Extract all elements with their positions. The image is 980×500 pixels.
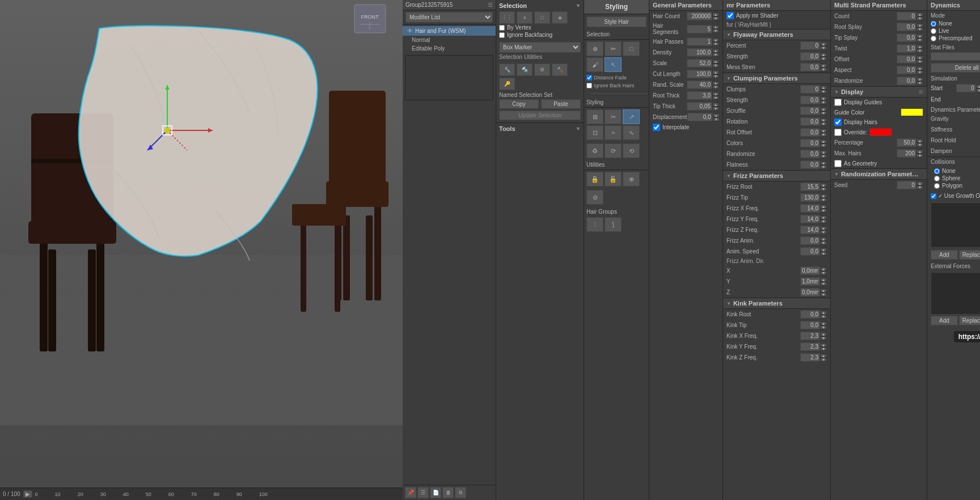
prc-down[interactable]: ▼: [916, 143, 923, 147]
kr-down[interactable]: ▼: [820, 315, 827, 319]
frizz-dir-z-input[interactable]: [800, 288, 820, 296]
anim-speed-input[interactable]: [800, 247, 820, 256]
tip-thick-down[interactable]: ▼: [712, 107, 719, 111]
fxf-down[interactable]: ▼: [820, 209, 827, 213]
fdx-up[interactable]: ▲: [820, 267, 827, 271]
guide-color-swatch[interactable]: [901, 108, 923, 116]
ext-add-btn[interactable]: Add: [931, 316, 958, 325]
root-thick-down[interactable]: ▼: [712, 96, 719, 100]
mode-precomputed-radio[interactable]: [931, 36, 936, 41]
fdy-down[interactable]: ▼: [820, 282, 827, 286]
kzf-down[interactable]: ▼: [820, 358, 827, 362]
scale-up[interactable]: ▲: [712, 60, 719, 63]
fr-down[interactable]: ▼: [820, 187, 827, 191]
tool-delete-btn[interactable]: 🗑: [442, 487, 454, 498]
growth-replace-btn[interactable]: Replace: [959, 250, 980, 260]
fdz-down[interactable]: ▼: [820, 293, 827, 296]
by-vertex-checkbox[interactable]: [499, 25, 505, 31]
sel-icon-paint[interactable]: 🖌: [586, 57, 603, 72]
modifier-item-hair-fur[interactable]: 👁 Hair and Fur (WSM): [403, 26, 496, 36]
pct-up[interactable]: ▲: [820, 42, 827, 46]
rs-down[interactable]: ▼: [916, 27, 923, 31]
style-icon-5[interactable]: ≈: [605, 125, 622, 140]
coll-none-radio[interactable]: [934, 168, 940, 174]
style-icon-9[interactable]: ⟲: [623, 143, 640, 158]
rot-offset-input[interactable]: [800, 128, 820, 137]
kink-tip-input[interactable]: [800, 321, 820, 329]
msr-up[interactable]: ▲: [916, 77, 923, 81]
kink-y-input[interactable]: [800, 342, 820, 351]
coll-sphere-radio[interactable]: [934, 176, 940, 181]
col-up[interactable]: ▲: [820, 139, 827, 143]
util-icon-b[interactable]: 🔓: [605, 172, 622, 187]
pct-down[interactable]: ▼: [820, 46, 827, 50]
hair-count-input[interactable]: [687, 12, 712, 20]
frizz-tip-input[interactable]: [800, 193, 820, 202]
frizz-dir-y-input[interactable]: [800, 277, 820, 286]
sel-icon-brush[interactable]: ✏: [605, 41, 622, 56]
offset-input[interactable]: [897, 55, 916, 63]
as-geometry-checkbox[interactable]: [834, 160, 842, 167]
util-icon-5[interactable]: 🔑: [499, 78, 515, 90]
flyaway-strength-input[interactable]: [800, 52, 820, 61]
scr-down[interactable]: ▼: [820, 111, 827, 115]
hair-seg-down[interactable]: ▼: [712, 29, 719, 33]
twist-input[interactable]: [897, 44, 916, 53]
util-icon-1[interactable]: 🔧: [499, 63, 515, 76]
ext-replace-btn[interactable]: Replace: [959, 316, 980, 325]
ro-down[interactable]: ▼: [820, 133, 827, 137]
flat-down[interactable]: ▼: [820, 165, 827, 169]
hair-pass-up[interactable]: ▲: [712, 38, 719, 42]
aspect-input[interactable]: [897, 66, 916, 74]
cnt-up[interactable]: ▲: [916, 12, 923, 16]
fa-down[interactable]: ▼: [820, 241, 827, 245]
sel-shape-vert[interactable]: ⋮⋮: [499, 11, 515, 24]
hair-group-icon-1[interactable]: ⋮: [586, 217, 603, 232]
disp-up[interactable]: ▲: [713, 113, 720, 117]
rand-up[interactable]: ▲: [820, 150, 827, 154]
cnt-down[interactable]: ▼: [916, 16, 923, 20]
seed-down[interactable]: ▼: [916, 185, 923, 189]
root-thick-up[interactable]: ▲: [712, 92, 719, 96]
mh-up[interactable]: ▲: [916, 150, 923, 154]
kxf-down[interactable]: ▼: [820, 336, 827, 340]
ms-randomize-input[interactable]: [897, 77, 916, 85]
kxf-up[interactable]: ▲: [820, 332, 827, 336]
style-icon-2[interactable]: ✂: [605, 109, 622, 124]
selection-utilities-label[interactable]: Selection Utilities: [499, 53, 581, 61]
selection-collapse-btn[interactable]: ▼: [576, 3, 581, 9]
update-selection-btn[interactable]: Update Selection: [499, 111, 581, 120]
ft-up[interactable]: ▲: [820, 194, 827, 198]
cut-len-down[interactable]: ▼: [712, 74, 719, 78]
fr-up[interactable]: ▲: [820, 183, 827, 187]
style-icon-6[interactable]: ∿: [623, 125, 640, 140]
style-icon-8[interactable]: ⟳: [605, 143, 622, 158]
percentage-input[interactable]: [897, 138, 916, 147]
ms-down[interactable]: ▼: [820, 67, 827, 71]
asp-up[interactable]: ▲: [916, 66, 923, 70]
style-icon-3[interactable]: ↗: [623, 109, 640, 124]
ignore-backfacing-checkbox[interactable]: [499, 32, 505, 38]
flatness-input[interactable]: [800, 160, 820, 169]
cl-str-down[interactable]: ▼: [820, 100, 827, 104]
growth-add-btn[interactable]: Add: [931, 250, 958, 260]
ts-up[interactable]: ▲: [916, 34, 923, 38]
count-input[interactable]: [897, 12, 916, 20]
use-growth-obj-checkbox[interactable]: [931, 193, 936, 199]
rand-scale-down[interactable]: ▼: [712, 85, 719, 89]
mess-stren-input[interactable]: [800, 63, 820, 71]
sim-start-input[interactable]: [956, 84, 976, 92]
apply-mr-shader-checkbox[interactable]: [726, 12, 734, 19]
style-hair-btn[interactable]: Style Hair: [586, 16, 647, 27]
scr-up[interactable]: ▲: [820, 107, 827, 111]
seed-up[interactable]: ▲: [916, 181, 923, 185]
mode-none-radio[interactable]: [931, 21, 936, 27]
prc-up[interactable]: ▲: [916, 139, 923, 143]
ft-down[interactable]: ▼: [820, 198, 827, 202]
fw-str-up[interactable]: ▲: [820, 53, 827, 57]
density-up[interactable]: ▲: [712, 49, 719, 53]
hair-count-up[interactable]: ▲: [712, 12, 719, 16]
modifier-item-editable-poly[interactable]: Editable Poly: [403, 44, 496, 53]
fw-str-down[interactable]: ▼: [820, 57, 827, 61]
fxf-up[interactable]: ▲: [820, 205, 827, 209]
